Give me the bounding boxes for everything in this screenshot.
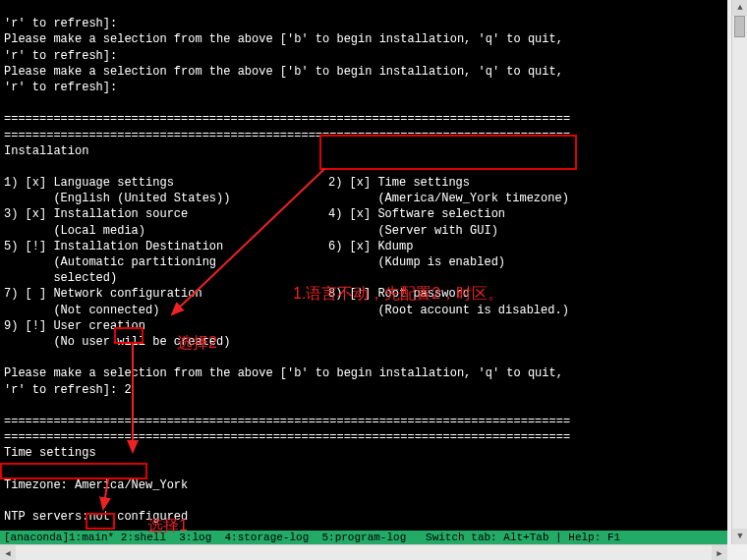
prompt-make-selection-3: Please make a selection from the above [… [4, 366, 563, 380]
scroll-up-arrow-icon[interactable]: ▲ [732, 0, 747, 16]
prompt-input-2[interactable]: 'r' to refresh]: 2 [4, 383, 132, 397]
menu-item-4-line1[interactable]: 4) [x] Software selection [328, 207, 505, 221]
prompt-refresh-tail: 'r' to refresh]: [4, 17, 117, 30]
ntp-line: NTP servers:not configured [4, 510, 188, 524]
prompt-refresh-tail-3: 'r' to refresh]: [4, 81, 117, 94]
horizontal-scrollbar[interactable]: ◀ ▶ [0, 544, 727, 560]
divider: ========================================… [4, 430, 570, 444]
prompt-refresh-tail-2: 'r' to refresh]: [4, 49, 117, 63]
menu-item-6-line2: (Kdump is enabled) [328, 255, 505, 269]
scroll-thumb[interactable] [734, 16, 745, 37]
timezone-line: Timezone: America/New_York [4, 478, 188, 492]
menu-item-1-line2: (English (United States)) [4, 191, 328, 206]
prompt-make-selection-1: Please make a selection from the above [… [4, 32, 563, 46]
menu-item-4-line2: (Server with GUI) [328, 224, 498, 238]
status-bar: [anaconda]1:main* 2:shell 3:log 4:storag… [0, 531, 727, 544]
menu-item-9-line1[interactable]: 9) [!] User creation [4, 318, 328, 334]
menu-item-5-line2: (Automatic partitioning [4, 254, 328, 270]
menu-item-6-line1[interactable]: 6) [x] Kdump [328, 240, 413, 253]
menu-item-3-line1[interactable]: 3) [x] Installation source [4, 206, 328, 222]
vertical-scrollbar[interactable]: ▲ ▼ [731, 0, 747, 544]
menu-item-7-line2: (Not connected) [4, 303, 328, 318]
menu-item-8-line2: (Root account is disabled.) [328, 304, 569, 317]
divider: ========================================… [4, 129, 570, 142]
scroll-right-arrow-icon[interactable]: ▶ [712, 545, 727, 560]
menu-item-9-line2: (No user will be created) [4, 334, 328, 350]
prompt-make-selection-2: Please make a selection from the above [… [4, 65, 563, 79]
scroll-down-arrow-icon[interactable]: ▼ [732, 529, 747, 544]
menu-item-2-line1[interactable]: 2) [x] Time settings [328, 176, 470, 190]
terminal-window[interactable]: 'r' to refresh]: Please make a selection… [0, 0, 727, 544]
menu-item-3-line2: (Local media) [4, 223, 328, 239]
menu-item-5-line3: selected) [4, 270, 328, 286]
section-title-time-settings: Time settings [4, 446, 96, 460]
menu-item-2-line2: (America/New_York timezone) [328, 192, 569, 205]
highlight-box-change-timezone [0, 463, 147, 479]
divider: ========================================… [4, 415, 570, 428]
menu-item-1-line1[interactable]: 1) [x] Language settings [4, 175, 328, 191]
menu-item-5-line1[interactable]: 5) [!] Installation Destination [4, 239, 328, 254]
divider: ========================================… [4, 112, 570, 126]
scroll-left-arrow-icon[interactable]: ◀ [0, 545, 16, 560]
menu-item-8-line1[interactable]: 8) [!] Root password [328, 287, 470, 301]
menu-item-7-line1[interactable]: 7) [ ] Network configuration [4, 286, 328, 302]
section-title-installation: Installation [4, 144, 88, 158]
